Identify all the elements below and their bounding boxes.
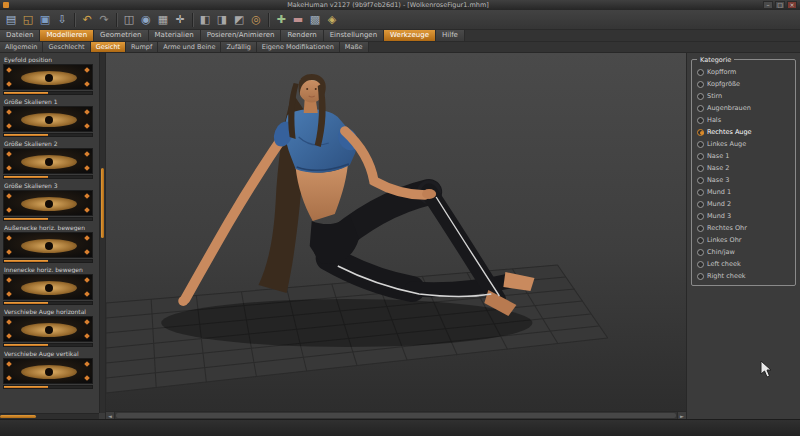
control-diamond-icon [84, 193, 90, 199]
category-right-cheek[interactable]: Right cheek [695, 270, 792, 282]
tab-rendern[interactable]: Rendern [281, 30, 323, 41]
toolbar-separator [74, 13, 75, 27]
control-diamond-icon [6, 81, 12, 87]
subtab-maße[interactable]: Maße [340, 42, 369, 52]
eye-thumbnail[interactable] [3, 148, 93, 174]
camera-top-icon[interactable]: ◩ [231, 12, 247, 28]
viewport-scroll-thumb[interactable] [116, 413, 676, 418]
eye-thumbnail[interactable] [3, 316, 93, 342]
camera-front-icon[interactable]: ◧ [197, 12, 213, 28]
subtab-rumpf[interactable]: Rumpf [126, 42, 158, 52]
slider-fill [4, 92, 48, 94]
radio-icon [697, 117, 704, 124]
symmetry-icon[interactable]: ◫ [121, 12, 137, 28]
viewport-3d[interactable]: ◄ ► [106, 53, 686, 419]
tab-hilfe[interactable]: Hilfe [436, 30, 465, 41]
modifier-slider[interactable] [3, 301, 93, 305]
eye-thumbnail[interactable] [3, 190, 93, 216]
vertical-scroll-thumb[interactable] [101, 168, 104, 238]
eye-thumbnail[interactable] [3, 232, 93, 258]
3d-scene[interactable] [106, 53, 686, 411]
wireframe-icon[interactable]: ▦ [155, 12, 171, 28]
export-icon[interactable]: ⇩ [54, 12, 70, 28]
category-mund-3[interactable]: Mund 3 [695, 210, 792, 222]
category-mund-1[interactable]: Mund 1 [695, 186, 792, 198]
category-nase-1[interactable]: Nase 1 [695, 150, 792, 162]
tab-posieren-animieren[interactable]: Posieren/Animieren [201, 30, 282, 41]
category-kopfform[interactable]: Kopfform [695, 66, 792, 78]
modifier-slider[interactable] [3, 385, 93, 389]
left-panel-vertical-scrollbar[interactable] [99, 53, 105, 413]
category-rechtes-auge[interactable]: Rechtes Auge [695, 126, 792, 138]
subtab-allgemein[interactable]: Allgemein [0, 42, 43, 52]
category-mund-2[interactable]: Mund 2 [695, 198, 792, 210]
skeleton-icon[interactable]: ✛ [172, 12, 188, 28]
category-label: Nase 1 [707, 152, 729, 160]
eye-thumbnail[interactable] [3, 274, 93, 300]
new-file-icon[interactable]: ▤ [3, 12, 19, 28]
undo-icon[interactable]: ↶ [79, 12, 95, 28]
category-nase-3[interactable]: Nase 3 [695, 174, 792, 186]
eye-thumbnail[interactable] [3, 106, 93, 132]
camera-side-icon[interactable]: ◨ [214, 12, 230, 28]
category-linkes-auge[interactable]: Linkes Auge [695, 138, 792, 150]
eye-thumbnail[interactable] [3, 64, 93, 90]
category-hals[interactable]: Hals [695, 114, 792, 126]
viewport-horizontal-scrollbar[interactable]: ◄ ► [106, 411, 686, 419]
category-rechtes-ohr[interactable]: Rechtes Ohr [695, 222, 792, 234]
subtab-gesicht[interactable]: Gesicht [91, 42, 126, 52]
modifier-panel: Eyefold position Größe Skalieren 1 Größe… [0, 53, 106, 419]
eye-thumbnail[interactable] [3, 358, 93, 384]
smooth-mesh-icon[interactable]: ◉ [138, 12, 154, 28]
zoom-in-icon[interactable]: ✚ [273, 12, 289, 28]
subtab-geschlecht[interactable]: Geschlecht [43, 42, 90, 52]
modifier-slider[interactable] [3, 91, 93, 95]
category-augenbrauen[interactable]: Augenbrauen [695, 102, 792, 114]
radio-icon [697, 249, 704, 256]
modifier-slider[interactable] [3, 133, 93, 137]
screenshot-icon[interactable]: ◈ [324, 12, 340, 28]
tab-geometrien[interactable]: Geometrien [94, 30, 148, 41]
category-linkes-ohr[interactable]: Linkes Ohr [695, 234, 792, 246]
scroll-left-arrow[interactable]: ◄ [106, 412, 115, 419]
tab-dateien[interactable]: Dateien [0, 30, 40, 41]
scroll-right-arrow[interactable]: ► [677, 412, 686, 419]
camera-reset-icon[interactable]: ◎ [248, 12, 264, 28]
horizontal-scroll-thumb[interactable] [0, 415, 36, 418]
subtab-arme-und-beine[interactable]: Arme und Beine [158, 42, 221, 52]
control-diamond-icon [84, 277, 90, 283]
category-kopfgröße[interactable]: Kopfgröße [695, 78, 792, 90]
modifier-slider[interactable] [3, 343, 93, 347]
maximize-button[interactable]: □ [775, 1, 785, 9]
modifier-slider[interactable] [3, 259, 93, 263]
save-file-icon[interactable]: ▣ [37, 12, 53, 28]
tab-modellieren[interactable]: Modellieren [40, 30, 94, 41]
close-button[interactable]: × [787, 1, 797, 9]
control-diamond-icon [84, 333, 90, 339]
category-stirn[interactable]: Stirn [695, 90, 792, 102]
modifier-slider[interactable] [3, 175, 93, 179]
subtab-zufällig[interactable]: Zufällig [221, 42, 256, 52]
tab-einstellungen[interactable]: Einstellungen [324, 30, 384, 41]
modifier-eyefold-position: Eyefold position [3, 56, 96, 95]
slider-fill [4, 302, 48, 304]
category-chin-jaw[interactable]: Chin/jaw [695, 246, 792, 258]
eye-pupil-graphic [45, 116, 53, 124]
modifier-slider[interactable] [3, 217, 93, 221]
category-nase-2[interactable]: Nase 2 [695, 162, 792, 174]
grid-toggle-icon[interactable]: ▩ [307, 12, 323, 28]
left-panel-horizontal-scrollbar[interactable] [0, 413, 99, 419]
slider-fill [4, 176, 48, 178]
open-file-icon[interactable]: ◱ [20, 12, 36, 28]
subtab-eigene-modifikationen[interactable]: Eigene Modifikationen [257, 42, 340, 52]
zoom-out-icon[interactable]: ▬ [290, 12, 306, 28]
control-diamond-icon [84, 123, 90, 129]
tab-werkzeuge[interactable]: Werkzeuge [384, 30, 436, 41]
redo-icon[interactable]: ↷ [96, 12, 112, 28]
category-left-cheek[interactable]: Left cheek [695, 258, 792, 270]
minimize-button[interactable]: – [763, 1, 773, 9]
radio-icon [697, 201, 704, 208]
tab-materialien[interactable]: Materialien [149, 30, 201, 41]
category-groupbox: Kategorie Kopfform Kopfgröße Stirn Augen… [691, 59, 796, 286]
left-hand [178, 296, 188, 306]
